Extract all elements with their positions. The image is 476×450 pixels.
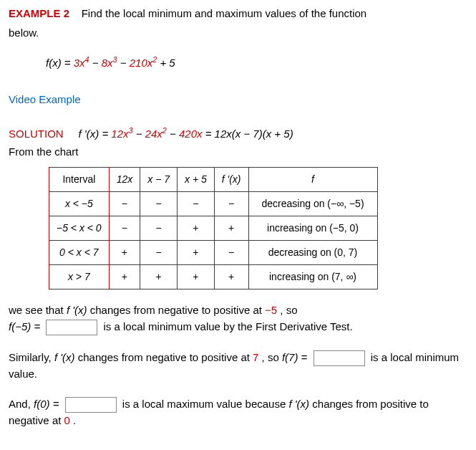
conclusion-para-3: And, f(0) = is a local maximum value bec…	[9, 396, 467, 429]
cell-sign: +	[178, 241, 215, 265]
example-header: EXAMPLE 2 Find the local minimum and max…	[9, 6, 467, 22]
f-at: f(−5) =	[9, 320, 43, 332]
fn-minus-2: −	[120, 57, 130, 69]
function-definition: f(x) = 3x4 − 8x3 − 210x2 + 5	[46, 55, 467, 72]
text: changes from negative to positive at	[90, 304, 265, 316]
f-at: f(0) =	[34, 398, 62, 410]
fn-tail: + 5	[160, 57, 175, 69]
cell-interval: 0 < x < 7	[49, 241, 110, 265]
fn-lhs: f(x) =	[46, 57, 74, 69]
cell-interval: x > 7	[49, 265, 110, 289]
example-prompt-1: Find the local minimum and maximum value…	[82, 7, 367, 19]
fn-minus-1: −	[92, 57, 102, 69]
table-row: x < −5 − − − − decreasing on (−∞, −5)	[49, 192, 378, 216]
fprime-ref: f '(x)	[288, 398, 309, 410]
cell-sign: +	[214, 216, 248, 241]
text: is a local maximum value because	[122, 398, 289, 410]
answer-input-f-neg5[interactable]	[46, 320, 97, 335]
text: , so	[262, 351, 282, 363]
answer-input-f-0[interactable]	[65, 397, 117, 413]
cell-desc: increasing on (−5, 0)	[248, 216, 377, 241]
cell-sign: −	[140, 216, 178, 241]
chart-intro: From the chart	[9, 144, 467, 161]
cell-desc: increasing on (7, ∞)	[248, 265, 377, 289]
solution-label: SOLUTION	[9, 128, 64, 140]
cell-sign: −	[140, 241, 178, 265]
cell-interval: x < −5	[49, 192, 110, 216]
fn-term-3: 210x2	[130, 57, 157, 69]
f-at: f(7) =	[282, 351, 311, 363]
cell-sign: +	[140, 265, 178, 289]
col-12x: 12x	[109, 168, 140, 192]
text: , so	[280, 304, 297, 316]
value-red: 0	[64, 414, 70, 426]
col-f: f	[248, 168, 377, 192]
cell-desc: decreasing on (−∞, −5)	[248, 192, 377, 216]
solution-line: SOLUTION f '(x) = 12x3 − 24x2 − 420x = 1…	[9, 126, 467, 143]
fn-term-1: 3x4	[74, 57, 89, 69]
text: .	[73, 414, 76, 426]
cell-sign: −	[140, 192, 178, 216]
text: changes from negative to positive at	[78, 351, 253, 363]
table-row: −5 < x < 0 − − + + increasing on (−5, 0)	[49, 216, 378, 241]
table-row: x > 7 + + + + increasing on (7, ∞)	[49, 265, 378, 289]
col-fprime: f '(x)	[214, 168, 248, 192]
cell-sign: +	[214, 265, 248, 289]
col-xp5: x + 5	[178, 168, 215, 192]
cell-sign: −	[109, 192, 140, 216]
cell-interval: −5 < x < 0	[49, 216, 110, 241]
fn-term-2: 8x3	[102, 57, 117, 69]
cell-sign: −	[178, 192, 215, 216]
video-example-link[interactable]: Video Example	[9, 92, 467, 108]
cell-sign: −	[214, 241, 248, 265]
example-label: EXAMPLE 2	[9, 7, 69, 19]
col-interval: Interval	[49, 168, 110, 192]
col-xm7: x − 7	[140, 168, 178, 192]
table-header-row: Interval 12x x − 7 x + 5 f '(x) f	[49, 168, 378, 192]
cell-sign: +	[109, 241, 140, 265]
cell-sign: −	[109, 216, 140, 241]
sign-chart-table: Interval 12x x − 7 x + 5 f '(x) f x < −5…	[49, 167, 378, 289]
conclusion-para-1: we see that f '(x) changes from negative…	[9, 302, 467, 335]
value-red: 7	[253, 351, 258, 363]
text: we see that	[9, 304, 67, 316]
table-row: 0 < x < 7 + − + − decreasing on (0, 7)	[49, 241, 378, 265]
text: And,	[9, 398, 34, 410]
text: is a local minimum value by the First De…	[104, 320, 353, 332]
cell-sign: −	[214, 192, 248, 216]
conclusion-para-2: Similarly, f '(x) changes from negative …	[9, 350, 467, 383]
text: Similarly,	[9, 351, 54, 363]
cell-desc: decreasing on (0, 7)	[248, 241, 377, 265]
value-red: −5	[265, 304, 277, 316]
cell-sign: +	[178, 216, 215, 241]
derivative-expression: f '(x) = 12x3 − 24x2 − 420x = 12x(x − 7)…	[79, 128, 293, 140]
example-prompt-2: below.	[9, 25, 467, 42]
answer-input-f-7[interactable]	[314, 350, 365, 366]
fprime-ref: f '(x)	[54, 351, 75, 363]
cell-sign: +	[178, 265, 215, 289]
fprime-ref: f '(x)	[67, 304, 87, 316]
cell-sign: +	[109, 265, 140, 289]
